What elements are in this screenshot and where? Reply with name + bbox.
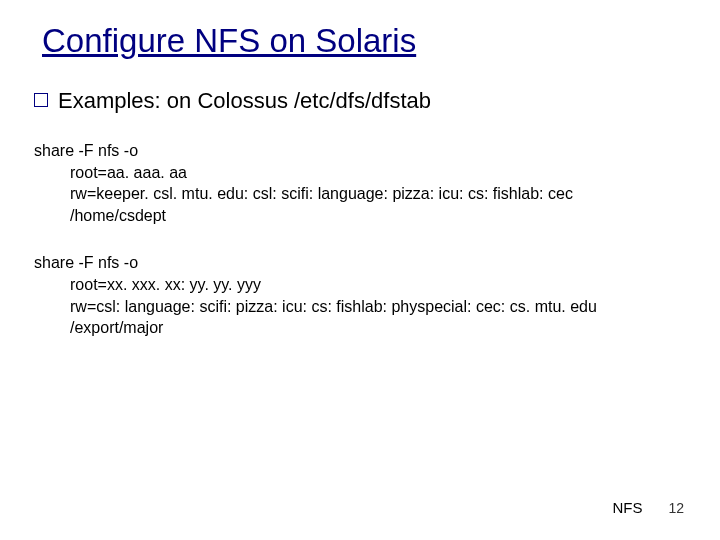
footer-label: NFS [612, 499, 642, 516]
code-line: /home/csdept [34, 205, 720, 227]
code-line: root=aa. aaa. aa [34, 162, 720, 184]
slide-footer: NFS 12 [612, 499, 684, 516]
bullet-text: Examples: on Colossus /etc/dfs/dfstab [58, 88, 431, 114]
code-block-2: share -F nfs -o root=xx. xxx. xx: yy. yy… [0, 226, 720, 338]
code-line: rw=keeper. csl. mtu. edu: csl: scifi: la… [34, 183, 720, 205]
page-number: 12 [668, 500, 684, 516]
code-line: share -F nfs -o [34, 140, 720, 162]
code-line: /export/major [34, 317, 720, 339]
code-line: root=xx. xxx. xx: yy. yy. yyy [34, 274, 720, 296]
square-bullet-icon [34, 93, 48, 107]
code-line: share -F nfs -o [34, 252, 720, 274]
slide-title: Configure NFS on Solaris [0, 0, 720, 60]
bullet-item: Examples: on Colossus /etc/dfs/dfstab [0, 60, 720, 114]
code-line: rw=csl: language: scifi: pizza: icu: cs:… [34, 296, 720, 318]
code-block-1: share -F nfs -o root=aa. aaa. aa rw=keep… [0, 114, 720, 226]
